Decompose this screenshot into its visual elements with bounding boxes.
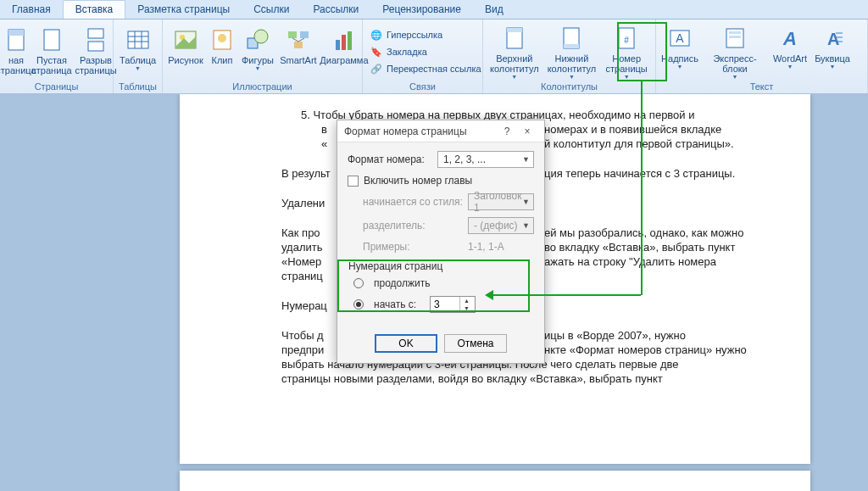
hyperlink-button[interactable]: 🌐Гиперссылка (366, 27, 485, 42)
starts-with-select: Заголовок 1▼ (468, 193, 534, 210)
footer-button[interactable]: Нижний колонтитул ▼ (544, 22, 600, 81)
smartart-icon (285, 26, 312, 53)
group-label-tables: Таблицы (117, 81, 159, 93)
doc-line: ажать на строку "Удалить номера (544, 254, 716, 269)
arrow-head-icon (485, 290, 493, 300)
svg-rect-22 (342, 35, 346, 50)
format-select[interactable]: 1, 2, 3, ...▼ (437, 151, 534, 168)
doc-line: предпри (281, 343, 324, 357)
clip-button[interactable]: Клип (207, 24, 237, 66)
shapes-button[interactable]: Фигуры ▼ (239, 24, 276, 72)
doc-line: Чтобы д (281, 328, 324, 343)
continue-label: продолжить (374, 277, 430, 289)
chevron-down-icon: ▼ (624, 74, 630, 80)
doc-line: нкте «Формат номеров страниц» нужно (544, 343, 747, 357)
doc-line: удалить (281, 240, 322, 254)
svg-rect-5 (128, 31, 148, 48)
chevron-down-icon: ▼ (830, 64, 836, 70)
cancel-button[interactable]: Отмена (444, 334, 507, 353)
page-2 (180, 471, 810, 491)
tab-mailings[interactable]: Рассылки (301, 1, 370, 19)
page-icon (3, 26, 30, 53)
table-button[interactable]: Таблица ▼ (117, 24, 159, 72)
group-label-headerfooter: Колонтитулы (487, 81, 652, 93)
smartart-button[interactable]: SmartArt (278, 24, 319, 66)
examples-value: 1-1, 1-А (468, 241, 504, 253)
start-at-input[interactable] (431, 299, 459, 310)
dropcap-icon: A (819, 25, 846, 52)
header-button[interactable]: Верхний колонтитул ▼ (487, 22, 542, 81)
page-number-icon: # (613, 25, 640, 52)
page-number-button[interactable]: # Номер страницы ▼ (601, 22, 652, 81)
chevron-down-icon: ▼ (254, 65, 260, 71)
doc-line: ей мы разобрались, однако, как можно (544, 226, 743, 240)
separator-label: разделитель: (363, 220, 463, 232)
cover-page-button[interactable]: ная страница (3, 24, 29, 76)
doc-line: ицы в «Ворде 2007», нужно (544, 328, 686, 343)
close-button[interactable]: × (517, 126, 537, 137)
include-chapter-checkbox[interactable] (348, 176, 359, 187)
wordart-button[interactable]: A WordArt ▼ (770, 22, 810, 70)
doc-line: ция теперь начинается с 3 страницы. (544, 166, 735, 181)
chart-button[interactable]: Диаграмма (320, 24, 368, 66)
quickparts-icon (721, 25, 748, 52)
svg-text:A: A (676, 31, 684, 45)
svg-line-20 (298, 38, 304, 42)
doc-line: « (321, 137, 327, 151)
chevron-down-icon: ▼ (787, 64, 793, 70)
svg-text:A: A (782, 28, 797, 49)
tab-insert[interactable]: Вставка (63, 0, 126, 19)
svg-rect-25 (507, 28, 522, 32)
wordart-icon: A (776, 25, 804, 52)
group-label-text: Текст (659, 81, 864, 93)
bookmark-button[interactable]: 🔖Закладка (366, 44, 485, 59)
tab-references[interactable]: Ссылки (242, 1, 301, 19)
clip-icon (209, 26, 236, 53)
chevron-down-icon: ▼ (522, 155, 530, 164)
svg-rect-16 (288, 31, 297, 38)
globe-icon: 🌐 (370, 28, 383, 42)
tab-review[interactable]: Рецензирование (370, 1, 473, 19)
svg-rect-17 (300, 31, 309, 38)
svg-rect-4 (88, 42, 103, 51)
svg-rect-1 (8, 30, 24, 36)
svg-rect-34 (729, 36, 741, 38)
continue-radio[interactable] (353, 278, 364, 288)
page-break-button[interactable]: Разрыв страницы (75, 24, 117, 76)
spin-up[interactable]: ▲ (460, 297, 473, 304)
blank-page-icon (38, 26, 65, 53)
doc-line: номерах и в появившейся вкладке (544, 122, 721, 137)
crossref-icon: 🔗 (370, 62, 383, 75)
svg-rect-27 (564, 44, 579, 48)
textbox-button[interactable]: A Надпись ▼ (659, 22, 700, 70)
doc-line: Нумерац (281, 299, 327, 313)
annotation-arrow (492, 294, 641, 296)
blank-page-button[interactable]: Пустая страница (31, 24, 73, 76)
help-button[interactable]: ? (497, 126, 517, 137)
chevron-down-icon: ▼ (511, 74, 517, 80)
ok-button[interactable]: OK (375, 334, 437, 353)
start-at-spinner[interactable]: ▲▼ (430, 296, 476, 313)
doc-line: страниц (281, 269, 323, 283)
starts-with-label: начинается со стиля: (363, 196, 463, 208)
quickparts-button[interactable]: Экспресс-блоки ▼ (702, 22, 768, 81)
numbering-legend: Нумерация страниц (348, 260, 533, 272)
tab-layout[interactable]: Разметка страницы (125, 1, 242, 19)
svg-rect-23 (348, 31, 352, 50)
tab-view[interactable]: Вид (473, 1, 515, 19)
chart-icon (331, 26, 358, 53)
shapes-icon (244, 26, 271, 53)
format-label: Формат номера: (348, 153, 432, 165)
picture-button[interactable]: Рисунок (166, 24, 205, 66)
svg-rect-21 (336, 40, 340, 50)
dropcap-button[interactable]: A Буквица ▼ (812, 22, 853, 70)
tab-home[interactable]: Главная (0, 1, 63, 19)
svg-rect-33 (729, 31, 741, 34)
spin-down[interactable]: ▼ (460, 304, 473, 312)
start-at-radio[interactable] (353, 299, 364, 310)
crossref-button[interactable]: 🔗Перекрестная ссылка (366, 61, 485, 76)
annotation-arrow (641, 81, 643, 295)
doc-line: во вкладку «Вставка», выбрать пункт (544, 240, 735, 254)
start-at-label: начать с: (374, 299, 425, 310)
textbox-icon: A (666, 25, 693, 52)
